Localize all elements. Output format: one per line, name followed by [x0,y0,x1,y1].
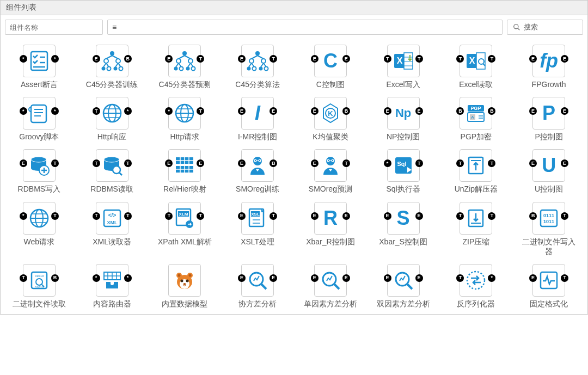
component-rdbms-write[interactable]: ETRDBMS写入 [5,149,74,194]
component-cov[interactable]: EE协方差分析 [223,264,292,309]
component-icon-box[interactable]: EB [241,149,274,182]
component-xpath[interactable]: TTXPath XML解析 [151,202,219,256]
component-icon-box[interactable]: ** [96,264,128,297]
port-left[interactable]: T [165,212,173,220]
component-c45-algo[interactable]: ETC45分类算法 [223,45,292,89]
component-pgp[interactable]: BBPGP加密 [442,97,511,142]
component-icon-box[interactable]: ET [168,45,201,77]
port-right[interactable]: T [488,55,495,63]
component-smoreg-pred[interactable]: ETSMOreg预测 [296,149,365,194]
category-select[interactable]: ≡ [107,20,503,35]
component-icon-box[interactable]: TT [460,45,492,77]
port-right[interactable]: T [197,212,204,220]
component-c45-pred[interactable]: ETC45分类器预测 [151,45,219,89]
component-icon-box[interactable]: EB [96,45,128,77]
port-right[interactable]: E [270,274,277,282]
port-left[interactable]: T [93,212,100,220]
component-excel-read[interactable]: TTExcel读取 [442,45,511,89]
port-right[interactable]: E [561,107,568,115]
port-left[interactable]: E [238,274,246,282]
component-fpgrowth[interactable]: fpEEFPGrowth [514,45,583,89]
component-icon-box[interactable]: *T [387,149,420,182]
port-right[interactable]: * [51,107,59,115]
port-right[interactable]: T [51,159,59,167]
component-icon-box[interactable]: BT [532,202,565,235]
component-icon-box[interactable]: fpEE [532,45,565,77]
port-right[interactable]: T [124,212,132,220]
component-smoreg-train[interactable]: EBSMOreg训练 [223,149,292,194]
component-icon-box[interactable]: EE [241,264,274,297]
port-left[interactable]: * [165,107,173,115]
component-np-chart[interactable]: NpEENP控制图 [369,97,438,142]
port-left[interactable]: E [93,55,100,63]
component-icon-box[interactable]: EE [168,149,201,182]
component-bin-write[interactable]: BT二进制文件写入器 [514,202,583,256]
port-left[interactable]: T [456,55,464,63]
port-left[interactable]: E [529,274,537,282]
port-right[interactable]: B [124,55,132,63]
component-fixed-fmt[interactable]: ET固定格式化 [514,264,583,309]
port-right[interactable]: B [270,159,277,167]
port-left[interactable]: * [384,159,391,167]
port-right[interactable]: T [561,212,568,220]
component-assert[interactable]: **Assert断言 [5,45,74,89]
port-left[interactable]: E [529,107,537,115]
component-icon-box[interactable]: TT [96,149,128,182]
component-web-req[interactable]: *TWeb请求 [5,202,74,256]
port-right[interactable]: T [488,159,495,167]
port-left[interactable]: * [20,107,27,115]
component-icon-box[interactable]: ** [23,97,56,130]
port-left[interactable]: T [93,159,100,167]
port-right[interactable]: E [270,107,277,115]
component-icon-box[interactable]: NpEE [387,97,420,130]
port-right[interactable]: T [124,159,132,167]
component-unzip[interactable]: TTUnZip解压器 [442,149,511,194]
port-right[interactable]: E [342,212,350,220]
port-left[interactable]: E [238,159,246,167]
port-left[interactable]: E [238,212,246,220]
component-imr[interactable]: IEEI-MR控制图 [223,97,292,142]
port-left[interactable]: E [20,159,27,167]
component-icon-box[interactable]: T* [96,97,128,130]
component-icon-box[interactable]: ET [241,202,274,235]
component-icon-box[interactable]: TT [168,202,201,235]
port-left[interactable]: * [20,55,27,63]
component-icon-box[interactable]: ET [532,264,565,297]
component-c-chart[interactable]: CEEC控制图 [296,45,365,89]
component-icon-box[interactable] [168,264,201,297]
port-left[interactable]: T [456,212,464,220]
component-icon-box[interactable]: *T [23,202,56,235]
port-right[interactable]: T [415,55,423,63]
port-left[interactable]: E [529,159,537,167]
component-icon-box[interactable]: BB [460,97,492,130]
port-left[interactable]: * [20,212,27,220]
component-icon-box[interactable]: CEE [314,45,347,77]
port-right[interactable]: T [342,159,350,167]
port-left[interactable]: E [529,55,537,63]
component-icon-box[interactable]: ET [314,149,347,182]
component-demo-model[interactable]: 内置数据模型 [151,264,219,309]
component-icon-box[interactable]: TT [387,45,420,77]
port-right[interactable]: * [124,274,132,282]
component-kmeans[interactable]: EBK均值聚类 [296,97,365,142]
port-left[interactable]: E [384,212,391,220]
component-sql-exec[interactable]: *TSql执行器 [369,149,438,194]
port-left[interactable]: E [311,212,318,220]
component-xbar-r[interactable]: REEXbar_R控制图 [296,202,365,256]
component-c45-train[interactable]: EBC45分类器训练 [78,45,146,89]
component-icon-box[interactable]: SEE [387,202,420,235]
component-icon-box[interactable]: ET [241,45,274,77]
component-xbar-s[interactable]: SEEXbar_S控制图 [369,202,438,256]
component-icon-box[interactable]: IEE [241,97,274,130]
component-excel-write[interactable]: TTExcel写入 [369,45,438,89]
port-right[interactable]: T [415,159,423,167]
port-right[interactable]: E [561,159,568,167]
port-right[interactable]: E [561,55,568,63]
component-icon-box[interactable]: ** [23,45,56,77]
component-rdbms-read[interactable]: TTRDBMS读取 [78,149,146,194]
port-right[interactable]: T [270,55,277,63]
component-relhier[interactable]: EERel/Hier映射 [151,149,219,194]
port-right[interactable]: * [488,274,495,282]
port-left[interactable]: E [311,159,318,167]
component-zip[interactable]: TTZIP压缩 [442,202,511,256]
